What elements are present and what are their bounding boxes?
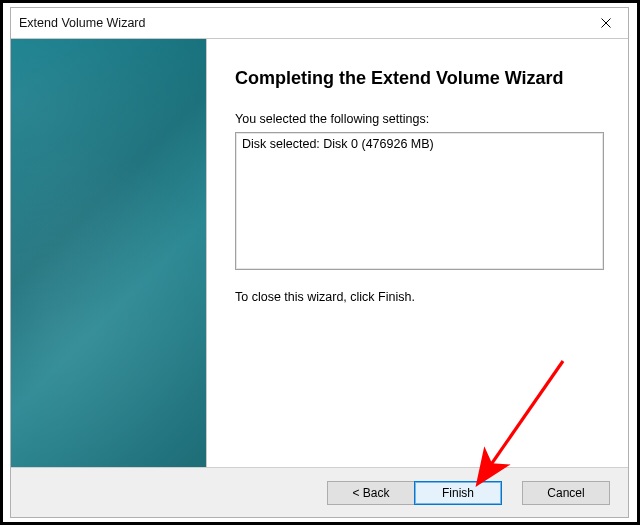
settings-listbox[interactable]: Disk selected: Disk 0 (476926 MB) — [235, 132, 604, 270]
wizard-window: Extend Volume Wizard Completing the Exte… — [10, 7, 629, 518]
cancel-button[interactable]: Cancel — [522, 481, 610, 505]
back-button[interactable]: < Back — [327, 481, 415, 505]
wizard-footer: < Back Finish Cancel — [11, 467, 628, 517]
titlebar: Extend Volume Wizard — [11, 8, 628, 38]
wizard-sidebar-graphic — [11, 38, 207, 467]
window-title: Extend Volume Wizard — [19, 16, 145, 30]
settings-item: Disk selected: Disk 0 (476926 MB) — [242, 137, 597, 151]
screenshot-frame: Extend Volume Wizard Completing the Exte… — [0, 0, 640, 525]
settings-lead: You selected the following settings: — [235, 112, 604, 126]
wizard-content: Completing the Extend Volume Wizard You … — [207, 38, 628, 467]
wizard-heading: Completing the Extend Volume Wizard — [235, 67, 604, 90]
finish-button[interactable]: Finish — [414, 481, 502, 505]
close-button[interactable] — [584, 8, 628, 38]
finish-hint: To close this wizard, click Finish. — [235, 290, 604, 304]
close-icon — [601, 18, 611, 28]
wizard-body: Completing the Extend Volume Wizard You … — [11, 38, 628, 467]
